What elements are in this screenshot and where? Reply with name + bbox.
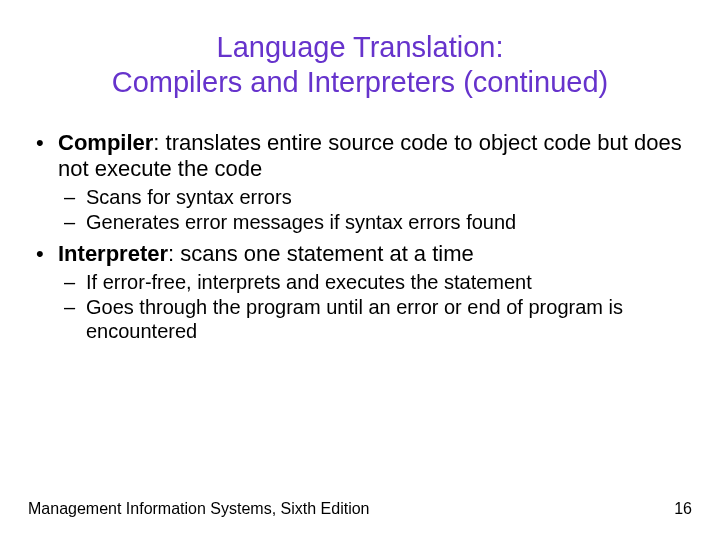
page-number: 16 (674, 500, 692, 518)
sub-item: If error-free, interprets and executes t… (58, 271, 690, 295)
slide-title: Language Translation: Compilers and Inte… (0, 0, 720, 100)
title-line-2: Compilers and Interpreters (continued) (112, 66, 608, 98)
sub-list: Scans for syntax errors Generates error … (58, 186, 690, 235)
slide: Language Translation: Compilers and Inte… (0, 0, 720, 540)
bullet-term: Interpreter (58, 241, 168, 266)
bullet-text: : scans one statement at a time (168, 241, 474, 266)
sub-item: Generates error messages if syntax error… (58, 211, 690, 235)
bullet-item: Interpreter: scans one statement at a ti… (30, 241, 690, 344)
sub-item: Scans for syntax errors (58, 186, 690, 210)
sub-list: If error-free, interprets and executes t… (58, 271, 690, 344)
bullet-term: Compiler (58, 130, 153, 155)
sub-item: Goes through the program until an error … (58, 296, 690, 343)
footer-left: Management Information Systems, Sixth Ed… (28, 500, 370, 518)
slide-body: Compiler: translates entire source code … (0, 100, 720, 344)
bullet-list: Compiler: translates entire source code … (30, 130, 690, 344)
title-line-1: Language Translation: (217, 31, 504, 63)
bullet-item: Compiler: translates entire source code … (30, 130, 690, 235)
